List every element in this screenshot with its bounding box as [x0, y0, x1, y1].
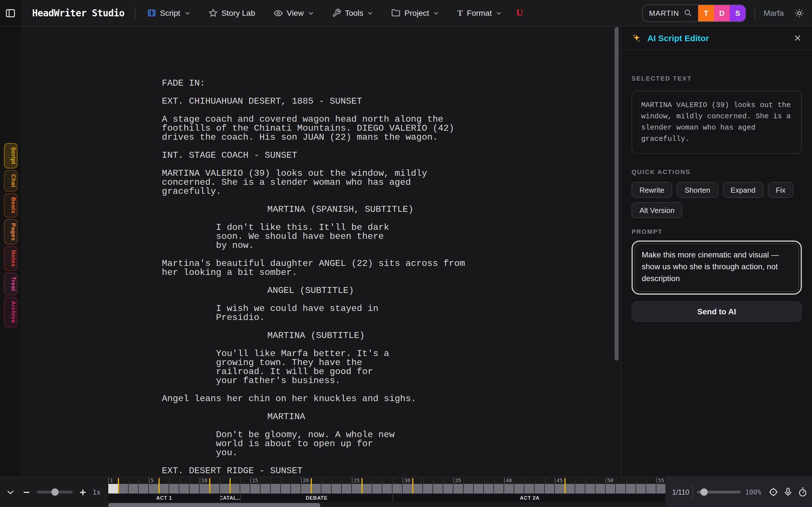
timeline-page-cell[interactable] [413, 484, 423, 494]
timeline-page-cell[interactable] [423, 484, 433, 494]
act-segment[interactable]: CATAL... [220, 494, 240, 502]
timeline-page-cell[interactable] [311, 484, 321, 494]
timeline-page-cell[interactable] [453, 484, 463, 494]
script-block-character[interactable]: MARTINA [267, 412, 621, 421]
timeline-page-cell[interactable] [321, 484, 332, 494]
timeline-page-cell[interactable] [271, 484, 281, 494]
timeline-page-cell[interactable] [656, 484, 665, 494]
timeline-page-cell[interactable] [646, 484, 656, 494]
script-block-dialogue[interactable]: I wish we could have stayed in Presidio. [216, 304, 621, 322]
dictation-button[interactable] [783, 487, 793, 497]
editor-vertical-scrollbar[interactable] [615, 27, 619, 360]
timeline-page-cell[interactable] [352, 484, 362, 494]
script-block-scene[interactable]: INT. STAGE COACH - SUNSET [162, 151, 621, 160]
sidebar-tab-archive[interactable]: Archive [4, 297, 17, 327]
timeline-page-cell[interactable] [169, 484, 179, 494]
timeline-page-cell[interactable] [260, 484, 271, 494]
script-block-dialogue[interactable]: You'll like Marfa better. It's a growing… [216, 349, 621, 385]
script-block-character[interactable]: MARTINA (SUBTITLE) [267, 331, 621, 340]
script-block-action[interactable]: Angel leans her chin on her knuckles and… [162, 394, 621, 403]
timeline-page-cell[interactable] [250, 484, 260, 494]
timeline-current-page-cell[interactable] [108, 484, 118, 494]
timeline-page-cell[interactable] [616, 484, 626, 494]
slider-thumb[interactable] [51, 489, 59, 496]
timeline-page-cell[interactable] [565, 484, 575, 494]
script-editor[interactable]: FADE IN:EXT. CHIHUAHUAN DESERT, 1885 - S… [21, 26, 621, 476]
timeline-zoom-in-button[interactable] [80, 489, 86, 496]
mode-button-d[interactable]: D [714, 5, 730, 21]
act-segment[interactable]: ACT 1 [108, 494, 220, 502]
script-block-action[interactable]: A stage coach and covered wagon head nor… [162, 115, 621, 142]
menu-view[interactable]: View [273, 8, 314, 18]
script-block-transition[interactable]: FADE IN: [162, 79, 621, 88]
sidebar-tab-pages[interactable]: Pages [4, 219, 17, 245]
timer-button[interactable] [798, 487, 808, 497]
sidebar-tab-chat[interactable]: Chat [4, 170, 17, 191]
timeline-page-cell[interactable] [524, 484, 535, 494]
view-zoom-slider[interactable] [697, 491, 741, 494]
timeline-horizontal-scrollbar[interactable] [108, 503, 320, 507]
slider-thumb[interactable] [701, 489, 708, 496]
timeline-page-cell[interactable] [575, 484, 585, 494]
script-block-scene[interactable]: EXT. DESERT RIDGE - SUNSET [162, 466, 621, 475]
timeline-page-cell[interactable] [636, 484, 646, 494]
timeline-page-cell[interactable] [240, 484, 250, 494]
close-icon[interactable] [794, 34, 802, 42]
timeline-page-cell[interactable] [606, 484, 616, 494]
timeline-page-cell[interactable] [281, 484, 291, 494]
timeline-page-cell[interactable] [443, 484, 453, 494]
sidebar-tab-treat[interactable]: Treat [4, 273, 17, 295]
menu-format[interactable]: TFormat [457, 8, 502, 17]
quick-action-alt-version[interactable]: Alt Version [631, 202, 682, 218]
sidebar-toggle-button[interactable] [0, 0, 21, 26]
menu-script[interactable]: Script [147, 8, 191, 17]
timeline-page-cell[interactable] [230, 484, 240, 494]
timeline-page-cell[interactable] [626, 484, 636, 494]
sidebar-tab-script[interactable]: Script [4, 143, 17, 168]
timeline-page-cell[interactable] [332, 484, 342, 494]
timeline-page-cell[interactable] [149, 484, 159, 494]
script-block-dialogue[interactable]: Don't be gloomy, now. A whole new world … [216, 431, 621, 457]
act-segment[interactable]: DEBATE [240, 494, 393, 502]
prompt-textarea[interactable]: Make this more cinematic and visual — sh… [635, 243, 799, 292]
timeline-page-cell[interactable] [555, 484, 565, 494]
timeline-page-cell[interactable] [403, 484, 413, 494]
quick-action-expand[interactable]: Expand [723, 182, 763, 198]
quick-action-shorten[interactable]: Shorten [677, 182, 718, 198]
script-block-character[interactable]: MARTINA (SPANISH, SUBTITLE) [267, 205, 621, 214]
send-to-ai-button[interactable]: Send to AI [631, 301, 802, 322]
timeline-page-cell[interactable] [433, 484, 443, 494]
timeline-zoom-out-button[interactable] [23, 489, 30, 496]
search-input[interactable]: MARTIN [643, 5, 698, 21]
timeline-page-cell[interactable] [382, 484, 393, 494]
menu-story-lab[interactable]: Story Lab [208, 8, 255, 17]
timeline-page-cell[interactable] [545, 484, 555, 494]
collapse-timeline-button[interactable] [6, 487, 15, 497]
quick-action-fix[interactable]: Fix [768, 182, 794, 198]
timeline-page-cell[interactable] [129, 484, 139, 494]
act-segment[interactable]: ACT 2A [393, 494, 665, 502]
timeline-zoom-slider[interactable] [37, 491, 73, 494]
timeline-page-cell[interactable] [220, 484, 230, 494]
timeline-page-cell[interactable] [301, 484, 311, 494]
script-block-action[interactable]: MARTINA VALERIO (39) looks out the windo… [162, 169, 621, 196]
menu-tools[interactable]: Tools [332, 8, 373, 17]
timeline-track[interactable] [108, 484, 665, 494]
timeline-page-cell[interactable] [139, 484, 149, 494]
timeline-page-cell[interactable] [179, 484, 190, 494]
timeline-page-cell[interactable] [474, 484, 484, 494]
sidebar-tab-notes[interactable]: Notes [4, 246, 17, 271]
script-block-action[interactable]: Martina's beautiful daughter ANGEL (22) … [162, 259, 621, 277]
sidebar-tab-beats[interactable]: Beats [4, 193, 17, 217]
timeline-page-cell[interactable] [118, 484, 129, 494]
timeline-page-cell[interactable] [372, 484, 382, 494]
locate-button[interactable] [769, 487, 778, 497]
timeline-page-cell[interactable] [159, 484, 169, 494]
timeline-page-cell[interactable] [291, 484, 301, 494]
timeline-page-cell[interactable] [393, 484, 403, 494]
menu-project[interactable]: Project [392, 8, 439, 17]
timeline-page-cell[interactable] [463, 484, 474, 494]
mode-button-s[interactable]: S [730, 5, 746, 21]
script-block-character[interactable]: ANGEL (SUBTITLE) [267, 286, 621, 295]
timeline-page-cell[interactable] [190, 484, 200, 494]
